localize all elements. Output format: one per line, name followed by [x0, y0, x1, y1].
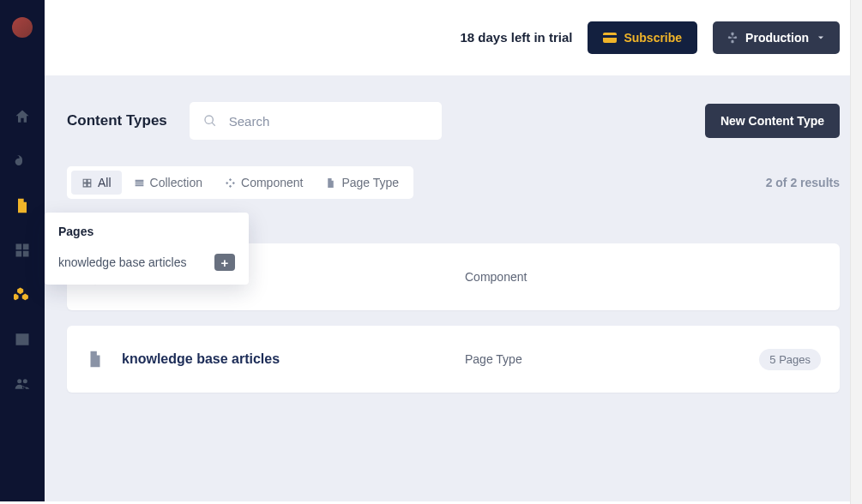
- subscribe-label: Subscribe: [624, 31, 682, 45]
- new-content-type-button[interactable]: New Content Type: [705, 104, 840, 138]
- home-icon: [14, 108, 31, 125]
- filter-all-label: All: [98, 176, 112, 189]
- sidebar-item-users[interactable]: [0, 363, 45, 405]
- trial-text: 18 days left in trial: [461, 30, 573, 45]
- filter-pagetype[interactable]: Page Type: [315, 171, 409, 195]
- list-item-title: knowledge base articles: [122, 351, 448, 367]
- page-icon: [86, 350, 105, 369]
- boxes-icon: [14, 286, 31, 303]
- list-item-type: Component: [465, 270, 821, 284]
- filter-pagetype-label: Page Type: [341, 176, 399, 189]
- component-icon: [225, 177, 236, 189]
- search-box[interactable]: [190, 102, 442, 140]
- sidebar: [0, 0, 45, 504]
- header-row: Content Types New Content Type: [67, 91, 840, 151]
- sidebar-item-media[interactable]: [0, 319, 45, 360]
- grid-icon: [14, 242, 31, 259]
- search-icon: [203, 113, 217, 129]
- production-dropdown[interactable]: Production: [713, 21, 840, 54]
- add-page-button[interactable]: +: [214, 254, 235, 271]
- results-count: 2 of 2 results: [766, 176, 840, 189]
- popover-title: Pages: [58, 225, 235, 238]
- topbar: 18 days left in trial Subscribe Producti…: [45, 0, 862, 75]
- sidebar-item-blog[interactable]: [0, 141, 45, 182]
- credit-card-icon: [603, 33, 617, 43]
- sidebar-item-components[interactable]: [0, 274, 45, 315]
- filter-all[interactable]: All: [71, 171, 122, 195]
- blog-icon: [14, 153, 31, 170]
- tree-icon: [726, 32, 738, 44]
- list-item-type: Page Type: [465, 352, 742, 366]
- sidebar-item-home[interactable]: [0, 96, 45, 137]
- chevron-down-icon: [816, 33, 826, 43]
- sidebar-item-pages[interactable]: [0, 185, 45, 226]
- collection-icon: [134, 177, 145, 189]
- production-label: Production: [745, 31, 809, 45]
- vertical-scrollbar[interactable]: [850, 0, 862, 504]
- filter-component-label: Component: [241, 176, 303, 189]
- filter-collection[interactable]: Collection: [124, 171, 213, 195]
- filter-pills: All Collection Component Page Type: [67, 166, 413, 199]
- filter-row: All Collection Component Page Type 2 of …: [67, 166, 840, 199]
- users-icon: [14, 375, 31, 393]
- list-item[interactable]: knowledge base articles Page Type 5 Page…: [67, 326, 840, 393]
- sidebar-item-collections[interactable]: [0, 230, 45, 271]
- pages-popover: Pages knowledge base articles +: [45, 213, 249, 285]
- list-item-badge: 5 Pages: [759, 349, 821, 370]
- image-icon: [14, 331, 31, 348]
- pagetype-icon: [325, 177, 336, 189]
- page-title: Content Types: [67, 112, 167, 129]
- popover-item-label: knowledge base articles: [58, 255, 186, 269]
- avatar[interactable]: [12, 17, 33, 38]
- search-input[interactable]: [229, 114, 428, 129]
- filter-component[interactable]: Component: [214, 171, 313, 195]
- filter-collection-label: Collection: [150, 176, 202, 189]
- content-area: Content Types New Content Type All Colle…: [45, 75, 862, 504]
- all-icon: [81, 177, 93, 189]
- subscribe-button[interactable]: Subscribe: [588, 21, 697, 54]
- popover-item[interactable]: knowledge base articles +: [58, 254, 235, 271]
- page-icon: [14, 197, 31, 214]
